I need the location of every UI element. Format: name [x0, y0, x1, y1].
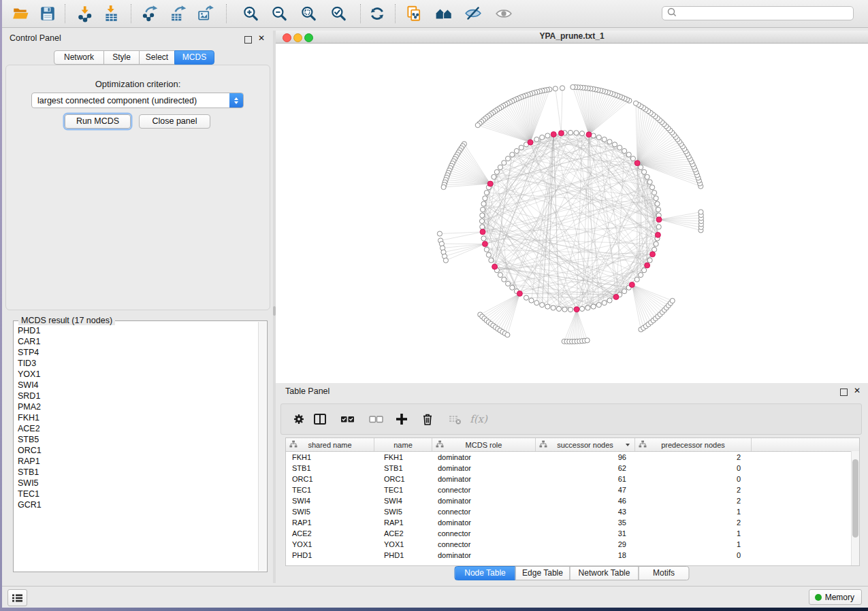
network-window-titlebar[interactable]: YPA_prune.txt_1	[276, 31, 868, 44]
table-row[interactable]: RAP1RAP1dominator352	[286, 517, 859, 528]
node-table[interactable]: shared namenameMCDS rolesuccessor nodesp…	[285, 437, 860, 566]
delete-columns-icon[interactable]	[419, 411, 436, 427]
table-row[interactable]: STB1STB1dominator620	[286, 463, 859, 474]
select-all-icon[interactable]	[340, 411, 356, 427]
zoom-selected-icon[interactable]	[327, 3, 349, 24]
table-row[interactable]: FKH1FKH1dominator962	[286, 452, 859, 463]
save-session-icon[interactable]	[37, 3, 59, 24]
clone-network-icon[interactable]	[403, 3, 425, 24]
column-header-predecessor-nodes[interactable]: predecessor nodes	[635, 438, 752, 451]
table-cell: TEC1	[374, 486, 432, 494]
mcds-result-item: STB1	[18, 467, 258, 478]
table-row[interactable]: TEC1TEC1connector472	[286, 484, 859, 495]
task-history-button[interactable]	[7, 589, 27, 606]
network-window-title: YPA_prune.txt_1	[276, 31, 868, 42]
column-type-icon	[436, 440, 444, 450]
mcds-tab-content: Optimization criterion: largest connecte…	[5, 65, 270, 310]
memory-button[interactable]: Memory	[809, 589, 862, 605]
import-table-icon[interactable]	[100, 3, 122, 24]
tab-edge-table[interactable]: Edge Table	[515, 566, 570, 580]
tab-select[interactable]: Select	[139, 50, 175, 65]
table-cell: 1	[635, 540, 752, 548]
column-label: shared name	[308, 441, 351, 449]
table-cell: 2	[635, 518, 752, 527]
export-table-icon[interactable]	[168, 3, 190, 24]
table-header-row: shared namenameMCDS rolesuccessor nodesp…	[286, 438, 859, 452]
table-cell: 31	[536, 529, 635, 538]
mcds-result-item: SWI5	[18, 478, 258, 489]
zoom-in-icon[interactable]	[240, 3, 261, 24]
table-cell: SWI5	[374, 508, 432, 516]
network-overview-icon[interactable]	[433, 3, 455, 24]
close-panel-icon[interactable]: ✕	[854, 386, 861, 395]
open-session-icon[interactable]	[10, 3, 31, 24]
tab-node-table[interactable]: Node Table	[455, 566, 516, 580]
function-builder-icon: f(x)	[470, 411, 487, 427]
close-panel-button[interactable]: Close panel	[139, 114, 210, 129]
create-column-icon[interactable]	[393, 411, 410, 427]
export-network-icon[interactable]	[140, 3, 161, 24]
mcds-result-list[interactable]: PHD1CAR1STP4TID3YOX1SWI4SRD1PMA2FKH1ACE2…	[14, 323, 258, 571]
table-row[interactable]: SWI4SWI4dominator462	[286, 495, 859, 506]
table-row[interactable]: ORC1ORC1dominator610	[286, 474, 859, 484]
table-cell: ACE2	[286, 529, 374, 538]
tab-mcds[interactable]: MCDS	[174, 50, 214, 65]
scrollbar-thumb[interactable]	[852, 459, 858, 538]
network-view-window: YPA_prune.txt_1	[276, 31, 868, 383]
apply-layout-icon[interactable]	[366, 3, 388, 24]
mcds-result-item: STP4	[18, 347, 258, 358]
mcds-result-item: PHD1	[18, 325, 258, 336]
column-header-MCDS-role[interactable]: MCDS role	[432, 438, 536, 451]
export-image-icon[interactable]	[195, 3, 217, 24]
mcds-result-item: PMA2	[18, 401, 258, 412]
zoom-fit-icon[interactable]	[298, 3, 319, 24]
float-window-icon[interactable]	[244, 36, 252, 44]
table-row[interactable]: ACE2ACE2connector311	[286, 528, 859, 539]
table-cell: dominator	[432, 497, 536, 505]
table-tabs: Node TableEdge TableNetwork TableMotifs	[455, 566, 690, 580]
table-cell: dominator	[432, 551, 536, 559]
column-label: name	[393, 441, 413, 449]
table-cell: RAP1	[286, 518, 374, 527]
column-header-shared-name[interactable]: shared name	[286, 438, 374, 451]
memory-status-icon	[815, 594, 822, 601]
table-scrollbar[interactable]	[851, 451, 859, 565]
mcds-result-item: SWI4	[18, 380, 258, 391]
control-panel-title: Control Panel	[10, 33, 61, 43]
memory-label: Memory	[825, 593, 854, 602]
table-cell: 2	[635, 497, 752, 505]
column-header-successor-nodes[interactable]: successor nodes	[536, 438, 635, 451]
table-options-icon[interactable]	[291, 411, 307, 427]
table-cell: connector	[432, 529, 536, 538]
mcds-result-item: SRD1	[18, 391, 258, 401]
close-panel-icon[interactable]: ✕	[258, 33, 265, 43]
tab-network-table[interactable]: Network Table	[570, 566, 639, 580]
tab-style[interactable]: Style	[103, 50, 140, 65]
float-window-icon[interactable]	[840, 389, 848, 396]
search-input[interactable]	[662, 6, 854, 20]
table-row[interactable]: PHD1PHD1dominator180	[286, 550, 859, 561]
column-header-name[interactable]: name	[374, 438, 432, 451]
result-list-scrollbar[interactable]	[258, 322, 266, 571]
show-columns-icon[interactable]	[312, 411, 328, 427]
run-mcds-button[interactable]: Run MCDS	[65, 114, 131, 129]
tab-motifs[interactable]: Motifs	[639, 566, 690, 580]
table-toolbar: f(x)	[280, 403, 862, 435]
table-cell: connector	[432, 540, 536, 548]
clear-selection-icon[interactable]	[368, 411, 385, 427]
zoom-out-icon[interactable]	[268, 3, 290, 24]
network-graph[interactable]	[276, 43, 868, 383]
sort-desc-icon	[626, 444, 630, 446]
table-row[interactable]: SWI5SWI5connector431	[286, 506, 859, 517]
import-network-icon[interactable]	[74, 3, 96, 24]
table-cell: 29	[536, 540, 635, 548]
table-cell: ACE2	[374, 529, 432, 538]
hide-selected-icon[interactable]	[462, 3, 484, 24]
table-row[interactable]: YOX1YOX1connector291	[286, 539, 859, 550]
criterion-select[interactable]: largest connected component (undirected)	[31, 93, 244, 108]
table-cell: 2	[635, 486, 752, 494]
tab-network[interactable]: Network	[54, 50, 104, 65]
mcds-result-item: FKH1	[18, 412, 258, 423]
table-cell: ORC1	[374, 475, 432, 483]
table-cell: 43	[536, 508, 635, 516]
